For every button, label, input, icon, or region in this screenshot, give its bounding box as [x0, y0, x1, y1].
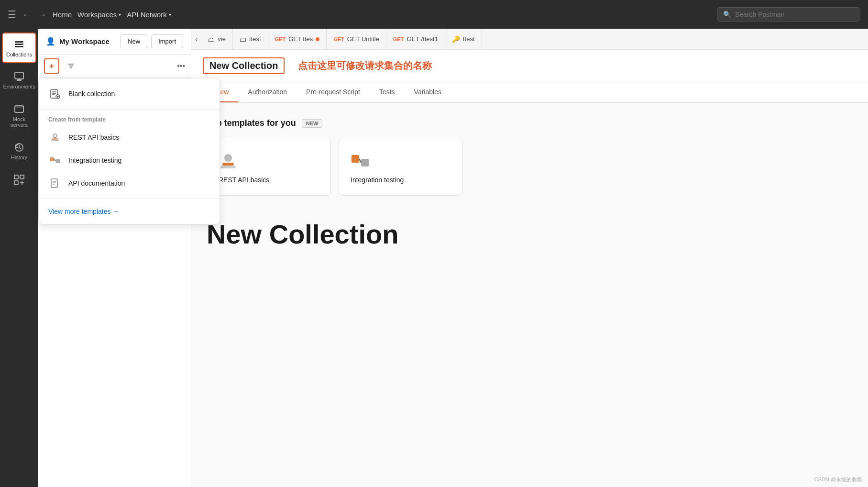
tab-get-ttes[interactable]: GET GET ttes [268, 29, 327, 49]
history-icon [14, 141, 24, 153]
tab-ttest-key[interactable]: 🔑 ttest [445, 29, 482, 49]
svg-rect-8 [14, 175, 18, 179]
api-documentation-icon [48, 177, 62, 190]
svg-rect-36 [361, 159, 369, 166]
svg-rect-4 [17, 79, 22, 81]
svg-rect-35 [352, 155, 359, 163]
environments-icon [14, 71, 24, 82]
user-icon: 👤 [46, 37, 55, 46]
svg-rect-2 [15, 46, 23, 47]
rest-api-card-icon [219, 150, 238, 170]
main-layout: Collections Environments Mock servers [0, 29, 868, 487]
template-rest-api[interactable]: REST API basics [39, 126, 220, 149]
search-icon: 🔍 [723, 11, 731, 18]
tab-get-ttest1[interactable]: GET GET /ttest1 [386, 29, 445, 49]
sidebar-item-add[interactable] [2, 168, 36, 191]
mock-servers-label: Mock servers [7, 116, 32, 128]
blank-collection-label: Blank collection [68, 90, 115, 98]
search-box[interactable]: 🔍 [717, 7, 860, 22]
divider-2 [39, 199, 220, 199]
new-collection-big-title: New Collection [207, 219, 853, 250]
svg-rect-25 [51, 140, 59, 141]
sidebar-item-mock-servers[interactable]: Mock servers [2, 97, 36, 133]
svg-point-23 [53, 134, 57, 138]
sidebar: Collections Environments Mock servers [0, 29, 38, 487]
svg-rect-9 [20, 175, 24, 179]
content-area: ‹ 🗃 vie 🗃 ttest GET GET ttes GET GET Unt… [191, 29, 868, 487]
view-more-templates-link[interactable]: View more templates → [39, 203, 220, 220]
dropdown-menu: Blank collection Create from template RE… [38, 78, 220, 224]
svg-rect-28 [51, 179, 57, 188]
forward-button[interactable]: → [37, 9, 47, 20]
templates-title: Top templates for you [207, 118, 296, 128]
topbar: ☰ ← → Home Workspaces ▾ API Network ▾ 🔍 [0, 0, 868, 29]
integration-card-name: Integration testing [351, 176, 404, 184]
workspace-panel: 👤 My Workspace New Import + ••• [38, 29, 191, 487]
menu-icon[interactable]: ☰ [8, 9, 16, 20]
tab-nav-back[interactable]: ‹ [191, 35, 201, 44]
sidebar-item-collections[interactable]: Collections [2, 33, 36, 63]
rest-api-template-icon [48, 131, 62, 144]
svg-rect-26 [50, 157, 54, 161]
svg-rect-34 [220, 166, 236, 168]
template-integration-testing[interactable]: Integration testing [39, 149, 220, 172]
sidebar-item-environments[interactable]: Environments [2, 65, 36, 96]
collection-title-hint: 点击这里可修改请求集合的名称 [298, 59, 432, 72]
svg-rect-1 [15, 44, 23, 45]
new-button[interactable]: New [121, 34, 147, 48]
blank-collection-icon [48, 87, 62, 100]
svg-rect-3 [15, 72, 23, 79]
integration-testing-label: Integration testing [68, 156, 121, 164]
svg-rect-0 [15, 41, 23, 43]
import-button[interactable]: Import [151, 34, 183, 48]
integration-testing-icon [48, 154, 62, 167]
tab-authorization[interactable]: Authorization [238, 82, 297, 102]
tabbar: ‹ 🗃 vie 🗃 ttest GET GET ttes GET GET Unt… [191, 29, 868, 50]
svg-rect-6 [15, 106, 23, 108]
rest-api-card-name: REST API basics [219, 176, 269, 184]
divider [39, 109, 220, 110]
nav-home[interactable]: Home [53, 11, 72, 19]
workspace-actions: New Import [121, 34, 183, 48]
svg-rect-24 [52, 138, 58, 140]
tab-get-untitle[interactable]: GET GET Untitle [327, 29, 386, 49]
svg-rect-33 [222, 163, 234, 166]
template-card-rest-api[interactable]: REST API basics [207, 138, 331, 196]
template-api-documentation[interactable]: API documentation [39, 172, 220, 195]
tab-tests[interactable]: Tests [370, 82, 405, 102]
nav-workspaces[interactable]: Workspaces ▾ [77, 11, 121, 19]
filter-button[interactable] [63, 58, 78, 74]
search-input[interactable] [735, 11, 854, 18]
template-card-integration[interactable]: Integration testing [339, 138, 463, 196]
templates-grid: REST API basics Integration testing [207, 138, 853, 196]
add-collection-button[interactable]: + [44, 58, 59, 74]
tab-ttest[interactable]: 🗃 ttest [233, 29, 268, 49]
templates-header: Top templates for you NEW [207, 118, 853, 128]
integration-card-icon [351, 150, 370, 170]
environments-label: Environments [3, 84, 35, 89]
workspace-header: 👤 My Workspace New Import [38, 29, 191, 55]
content-tabs: Overview Authorization Pre-request Scrip… [191, 82, 868, 103]
api-documentation-label: API documentation [68, 179, 125, 187]
collections-toolbar: + ••• [38, 55, 191, 78]
credits-text: CSDN @永恒的教唤 [814, 476, 862, 483]
more-options-button[interactable]: ••• [177, 62, 185, 70]
svg-rect-10 [14, 181, 18, 185]
history-label: History [11, 155, 27, 160]
template-section-label: Create from template [39, 113, 220, 126]
collection-header: New Collection 点击这里可修改请求集合的名称 [191, 50, 868, 82]
sidebar-item-history[interactable]: History [2, 135, 36, 166]
tab-vie[interactable]: 🗃 vie [201, 29, 233, 49]
add-modules-icon [14, 174, 24, 185]
tab-variables[interactable]: Variables [405, 82, 451, 102]
nav-api-network[interactable]: API Network ▾ [127, 11, 171, 19]
blank-collection-item[interactable]: Blank collection [39, 82, 220, 105]
collection-title[interactable]: New Collection [203, 57, 285, 74]
unsaved-dot [316, 37, 319, 41]
tab-pre-request-script[interactable]: Pre-request Script [297, 82, 370, 102]
back-button[interactable]: ← [22, 9, 32, 20]
new-badge: NEW [302, 119, 323, 128]
rest-api-template-label: REST API basics [68, 133, 119, 141]
svg-rect-27 [56, 159, 60, 163]
content-body: Top templates for you NEW REST API basic… [191, 103, 868, 487]
